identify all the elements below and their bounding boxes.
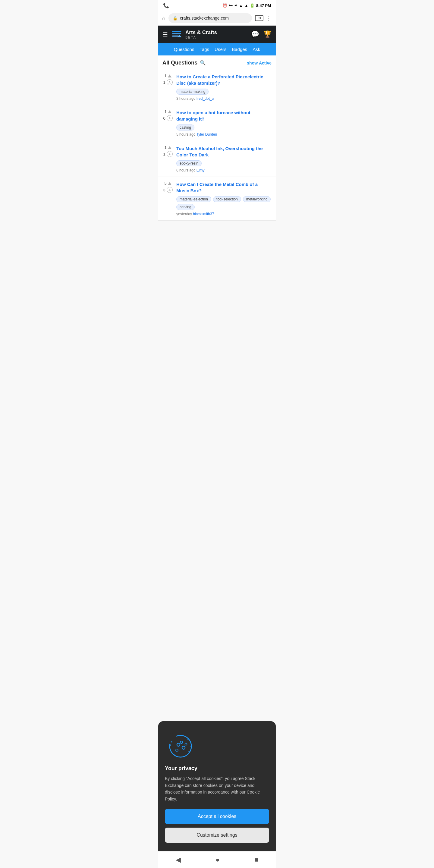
question-body: How to Create a Perforated Piezoelectric… [176,73,272,101]
tab-switcher[interactable]: :D [255,15,264,21]
site-header-left: ☰ Arts & Crafts BETA [162,29,217,40]
answer-icon: A [167,187,173,193]
author-link[interactable]: Tyler Durden [196,132,217,136]
nav-bar: Questions Tags Users Badges Ask [158,43,276,56]
question-body: How Can I Create the Metal Comb of a Mus… [176,181,272,216]
site-beta: BETA [185,36,217,39]
tag[interactable]: metalworking [243,196,271,202]
questions-header: All Questions 🔍 show Active [158,56,276,69]
answer-count: 1 [163,152,165,156]
address-bar[interactable]: 🔒 crafts.stackexchange.com [168,13,252,23]
svg-rect-0 [172,31,181,32]
time-display: 8:47 PM [256,3,271,8]
alarm-icon: ⏰ [222,3,227,8]
tags-row: material-making [176,89,272,95]
tag[interactable]: epoxy-resin [176,160,202,166]
more-options-button[interactable]: ⋮ [266,14,272,22]
answer-icon: A [167,151,173,157]
nav-users[interactable]: Users [215,47,226,52]
key-icon: 🗝 [229,3,233,8]
url-text: crafts.stackexchange.com [180,16,229,21]
site-header-right: 💬 🏆 [251,30,272,38]
svg-rect-1 [172,33,181,34]
answer-count: 3 [163,188,165,192]
trophy-icon[interactable]: 🏆 [264,30,272,38]
vote-answer-col: 5 3 A [162,181,173,193]
hamburger-menu[interactable]: ☰ [162,31,168,38]
table-row: 1 1 A How to Create a Perforated Piezoel… [158,69,276,105]
nav-tags[interactable]: Tags [199,47,209,52]
battery-icon: 🔋 [250,3,255,8]
upvote-icon [168,182,172,185]
question-title[interactable]: How to Create a Perforated Piezoelectric… [176,73,272,86]
upvote-icon [168,146,172,149]
site-name-wrap: Arts & Crafts BETA [185,30,217,39]
tag[interactable]: carving [176,204,195,210]
vote-count: 1 [164,145,166,150]
meta-row: yesterday blacksmith37 [176,212,272,216]
site-name: Arts & Crafts [185,30,217,36]
lock-icon: 🔒 [173,16,178,21]
author-link[interactable]: fred_dot_u [196,96,214,101]
question-body: Too Much Alcohol Ink, Overshooting the C… [176,145,272,173]
meta-row: 3 hours ago fred_dot_u [176,96,272,101]
table-row: 1 0 A How to open a hot furnace without … [158,105,276,141]
answer-icon: A [167,115,173,121]
tag[interactable]: material-making [176,89,209,95]
vote-count: 5 [164,181,166,186]
answer-icon: A [167,79,173,85]
page-title: All Questions 🔍 [162,60,206,66]
browser-actions: :D ⋮ [255,14,272,22]
browser-chrome: ⌂ 🔒 crafts.stackexchange.com :D ⋮ [158,11,276,26]
tag[interactable]: tool-selection [213,196,241,202]
upvote-icon [168,110,172,113]
author-link[interactable]: Elmy [196,168,205,173]
question-list: 1 1 A How to Create a Perforated Piezoel… [158,69,276,221]
home-icon[interactable]: ⌂ [162,15,165,22]
inbox-icon[interactable]: 💬 [251,30,259,38]
phone-icon: 📞 [163,3,169,8]
meta-row: 5 hours ago Tyler Durden [176,132,272,136]
site-logo [171,29,182,40]
nav-ask[interactable]: Ask [253,47,260,52]
answer-count: 1 [163,80,165,85]
filter-active[interactable]: show Active [247,61,272,65]
signal-icon: ▲ [244,3,248,8]
question-title[interactable]: Too Much Alcohol Ink, Overshooting the C… [176,145,272,158]
search-icon[interactable]: 🔍 [200,60,206,66]
question-body: How to open a hot furnace without damagi… [176,110,272,136]
table-row: 1 1 A Too Much Alcohol Ink, Overshooting… [158,141,276,177]
vote-answer-col: 1 0 A [162,110,173,121]
tags-row: epoxy-resin [176,160,272,166]
question-title[interactable]: How to open a hot furnace without damagi… [176,110,272,122]
vote-answer-col: 1 1 A [162,145,173,157]
tags-row: material-selection tool-selection metalw… [176,196,272,210]
site-header: ☰ Arts & Crafts BETA 💬 🏆 [158,26,276,43]
svg-rect-2 [172,36,179,37]
question-title[interactable]: How Can I Create the Metal Comb of a Mus… [176,181,272,194]
tags-row: casting [176,124,272,130]
vote-count: 1 [164,73,166,78]
upvote-icon [168,74,172,78]
answer-count: 0 [163,116,165,121]
tag[interactable]: material-selection [176,196,211,202]
status-bar: 📞 ⏰ 🗝 ✴ ▲ ▲ 🔋 8:47 PM [158,0,276,11]
tag[interactable]: casting [176,124,194,130]
bluetooth-icon: ✴ [234,3,238,8]
vote-count: 1 [164,110,166,114]
vote-answer-col: 1 1 A [162,73,173,85]
status-icons: ⏰ 🗝 ✴ ▲ ▲ 🔋 8:47 PM [222,3,271,8]
wifi-icon: ▲ [239,3,243,8]
nav-badges[interactable]: Badges [232,47,247,52]
meta-row: 6 hours ago Elmy [176,168,272,173]
author-link[interactable]: blacksmith37 [193,212,214,216]
table-row: 5 3 A How Can I Create the Metal Comb of… [158,177,276,221]
nav-questions[interactable]: Questions [174,47,194,52]
